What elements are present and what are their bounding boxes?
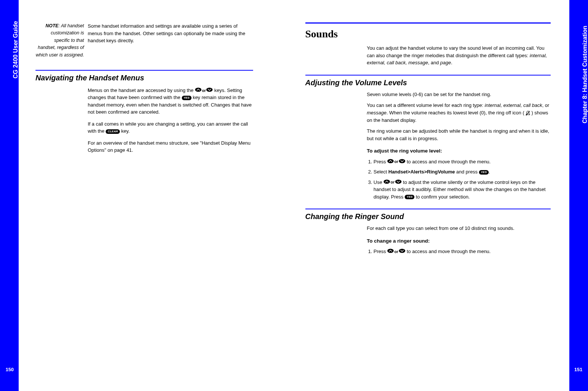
right-margin-tab: Chapter 8: Handset Customization 151 xyxy=(569,0,588,391)
volume-body: Seven volume levels (0-6) can be set for… xyxy=(367,91,551,201)
text: to access and move through the menu. xyxy=(407,159,491,164)
text: , and xyxy=(428,60,441,65)
text: and press xyxy=(455,169,479,175)
svg-point-5 xyxy=(384,179,390,184)
note-label: NOTE xyxy=(46,23,59,28)
step: Use or to adjust the volume silently or … xyxy=(374,179,551,201)
or-label: or xyxy=(394,159,399,164)
section-heading-ringer: Changing the Ringer Sound xyxy=(305,209,551,221)
left-content: NOTE: All handset customization is speci… xyxy=(35,22,253,158)
page-spread: CG 2400 User Guide 150 NOTE: All handset… xyxy=(0,0,588,391)
text: to access and move through the menu. xyxy=(407,249,491,254)
paragraph: Menus on the handset are accessed by usi… xyxy=(88,87,253,116)
text: You can adjust the handset volume to var… xyxy=(367,45,545,58)
ring-off-icon xyxy=(526,109,530,117)
text: . xyxy=(451,60,452,65)
paragraph: For an overview of the handset menu stru… xyxy=(88,139,253,154)
or-label: or xyxy=(202,88,206,93)
text: to confirm your selection. xyxy=(416,194,470,200)
or-label: or xyxy=(390,180,395,184)
text: You can set a different volume level for… xyxy=(367,102,485,108)
italic-or: or xyxy=(464,179,469,185)
or-label: or xyxy=(394,249,399,254)
text: Menus on the handset are accessed by usi… xyxy=(88,87,195,93)
menu-path: Handset>Alerts>RingVolume xyxy=(388,169,455,175)
text: Press xyxy=(374,249,388,254)
right-tab-label: Chapter 8: Handset Customization xyxy=(582,26,588,123)
step: Press or to access and move through the … xyxy=(374,248,551,255)
svg-point-6 xyxy=(395,179,401,184)
paragraph: Seven volume levels (0-6) can be set for… xyxy=(367,91,551,98)
left-page: CG 2400 User Guide 150 NOTE: All handset… xyxy=(0,0,294,391)
note-block: NOTE: All handset customization is speci… xyxy=(35,22,253,59)
left-page-number: 150 xyxy=(6,367,14,372)
steps-list: Press or to access and move through the … xyxy=(367,158,551,201)
svg-point-7 xyxy=(388,249,394,253)
yes-key-icon: YES xyxy=(182,96,192,100)
right-page-number: 151 xyxy=(574,367,582,372)
arrow-or-arrow-icon: or xyxy=(387,249,407,254)
section-heading-navigating: Navigating the Handset Menus xyxy=(35,70,253,82)
svg-point-4 xyxy=(399,159,405,163)
steps-list: Press or to access and move through the … xyxy=(367,248,551,255)
arrow-or-arrow-icon: or xyxy=(383,179,403,185)
text: , or xyxy=(542,102,549,108)
ringer-body: For each call type you can select from o… xyxy=(367,225,551,255)
section-body: Menus on the handset are accessed by usi… xyxy=(88,87,253,154)
paragraph: You can adjust the handset volume to var… xyxy=(367,44,551,67)
text: key. xyxy=(121,128,130,134)
text: to adjust the volume silently xyxy=(403,179,464,185)
step: Select Handset>Alerts>RingVolume and pre… xyxy=(374,168,551,176)
svg-point-0 xyxy=(195,87,201,92)
text: . When the volume reaches its lowest lev… xyxy=(386,110,524,116)
yes-key-icon: YES xyxy=(479,170,489,175)
note-margin-text: : All handset customization is specific … xyxy=(36,23,84,58)
clear-key-icon: CLEAR xyxy=(106,129,120,134)
sub-heading-change: To change a ringer sound: xyxy=(367,237,551,245)
left-margin-tab: CG 2400 User Guide 150 xyxy=(0,0,19,391)
paragraph: If a call comes in while you are changin… xyxy=(88,120,253,135)
note-body: Some handset information and settings ar… xyxy=(88,22,253,59)
left-tab-label: CG 2400 User Guide xyxy=(12,21,19,78)
note-margin: NOTE: All handset customization is speci… xyxy=(35,22,84,59)
svg-point-8 xyxy=(399,249,405,253)
paragraph: For each call type you can select from o… xyxy=(367,225,551,232)
section-heading-volume: Adjusting the Volume Levels xyxy=(305,75,551,87)
italic-types: internal, external, call back xyxy=(485,102,542,108)
text: . xyxy=(489,169,490,175)
text: Select xyxy=(374,169,389,175)
yes-key-icon: YES xyxy=(405,195,414,199)
right-page: Chapter 8: Handset Customization 151 Sou… xyxy=(294,0,588,391)
svg-point-3 xyxy=(388,159,394,163)
svg-point-1 xyxy=(206,87,213,92)
main-heading-sounds: Sounds xyxy=(305,22,551,40)
sub-heading-adjust: To adjust the ring volume level: xyxy=(367,147,551,155)
step: Press or to access and move through the … xyxy=(374,158,551,166)
arrow-or-arrow-icon: or xyxy=(195,87,214,93)
intro-body: You can adjust the handset volume to var… xyxy=(367,44,551,67)
italic-message: message xyxy=(367,110,387,116)
arrow-or-arrow-icon: or xyxy=(387,159,407,164)
paragraph: You can set a different volume level for… xyxy=(367,102,551,124)
text: Use xyxy=(374,179,384,185)
italic-page: page xyxy=(440,60,451,65)
right-content: Sounds You can adjust the handset volume… xyxy=(305,22,551,259)
text: Press xyxy=(374,159,388,164)
paragraph: The ring volume can be adjusted both whi… xyxy=(367,127,551,142)
